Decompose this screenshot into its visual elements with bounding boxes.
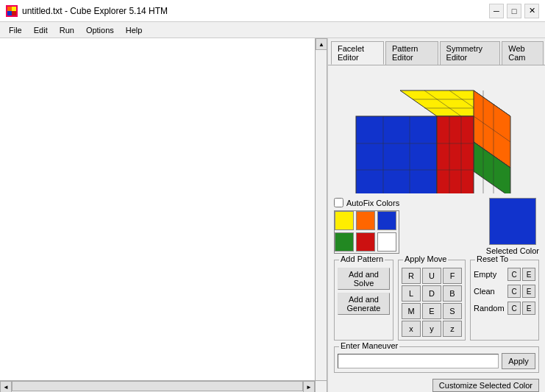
color-swatches bbox=[334, 210, 399, 254]
move-S[interactable]: S bbox=[443, 303, 462, 319]
color-control-row: AutoFix Colors Selected Color bbox=[328, 196, 545, 257]
move-B[interactable]: B bbox=[443, 285, 462, 302]
move-R[interactable]: R bbox=[402, 268, 421, 284]
selected-color-box[interactable] bbox=[489, 198, 536, 245]
minimize-button[interactable]: ─ bbox=[489, 4, 504, 18]
reset-random-label: Random bbox=[474, 304, 506, 313]
svg-rect-3 bbox=[12, 11, 16, 15]
buttons-section: Add Pattern Add and Solve Add and Genera… bbox=[328, 257, 545, 343]
move-z[interactable]: z bbox=[443, 321, 462, 337]
autofix-row: AutoFix Colors bbox=[334, 198, 399, 207]
menu-file[interactable]: File bbox=[3, 24, 28, 36]
tab-bar: Facelet Editor Pattern Editor Symmetry E… bbox=[328, 38, 545, 65]
cube-svg bbox=[341, 68, 532, 193]
menu-help[interactable]: Help bbox=[120, 24, 149, 36]
reset-clean-e[interactable]: E bbox=[522, 285, 535, 298]
swatch-blue[interactable] bbox=[377, 211, 396, 230]
reset-random-c[interactable]: C bbox=[507, 302, 521, 315]
maximize-button[interactable]: □ bbox=[507, 4, 521, 18]
menu-bar: File Edit Run Options Help bbox=[0, 22, 545, 38]
menu-options[interactable]: Options bbox=[80, 24, 120, 36]
reset-clean-label: Clean bbox=[474, 287, 506, 296]
move-L[interactable]: L bbox=[402, 285, 421, 302]
reset-to-group: Reset To Empty C E Clean C E Random C bbox=[470, 260, 539, 341]
apply-move-group: Apply Move R U F L D B M E S x y z bbox=[398, 260, 466, 341]
close-button[interactable]: ✕ bbox=[524, 4, 539, 18]
cube-display bbox=[328, 65, 545, 196]
svg-rect-0 bbox=[7, 7, 12, 11]
swatch-green[interactable] bbox=[335, 232, 354, 252]
svg-rect-19 bbox=[356, 116, 437, 193]
scroll-thumb-h[interactable] bbox=[12, 381, 303, 391]
customize-button[interactable]: Customize Selected Color bbox=[432, 379, 539, 392]
move-U[interactable]: U bbox=[422, 268, 441, 284]
apply-button[interactable]: Apply bbox=[502, 353, 535, 369]
reset-empty-e[interactable]: E bbox=[522, 268, 535, 281]
scroll-up-arrow[interactable]: ▲ bbox=[316, 38, 327, 50]
reset-empty-c[interactable]: C bbox=[507, 268, 521, 281]
reset-random-e[interactable]: E bbox=[522, 302, 535, 315]
selected-color-section: Selected Color bbox=[486, 198, 539, 255]
text-editor-panel: ▲ ▼ ◄ ► bbox=[0, 38, 327, 392]
svg-rect-24 bbox=[437, 116, 474, 193]
main-area: ▲ ▼ ◄ ► Facelet Editor Pattern Editor Sy… bbox=[0, 38, 545, 392]
swatch-orange[interactable] bbox=[356, 211, 375, 230]
svg-rect-2 bbox=[7, 11, 12, 15]
tab-pattern-editor[interactable]: Pattern Editor bbox=[385, 41, 438, 65]
move-F[interactable]: F bbox=[443, 268, 462, 284]
customize-btn-row: Customize Selected Color bbox=[328, 376, 545, 392]
move-x[interactable]: x bbox=[402, 321, 421, 337]
reset-empty-row: Empty C E bbox=[474, 268, 535, 281]
swatch-red[interactable] bbox=[356, 232, 375, 252]
move-D[interactable]: D bbox=[422, 285, 441, 302]
reset-clean-row: Clean C E bbox=[474, 285, 535, 298]
add-pattern-label: Add Pattern bbox=[339, 254, 385, 263]
swatch-white[interactable] bbox=[377, 232, 396, 252]
scroll-left-arrow[interactable]: ◄ bbox=[0, 381, 12, 392]
maneuver-label: Enter Maneuver bbox=[339, 341, 399, 350]
move-E[interactable]: E bbox=[422, 303, 441, 319]
menu-run[interactable]: Run bbox=[54, 24, 80, 36]
add-pattern-group: Add Pattern Add and Solve Add and Genera… bbox=[334, 260, 393, 341]
autofix-label: AutoFix Colors bbox=[346, 199, 399, 207]
scroll-right-arrow[interactable]: ► bbox=[303, 381, 315, 392]
reset-clean-c[interactable]: C bbox=[507, 285, 521, 298]
tab-web-cam[interactable]: Web Cam bbox=[502, 41, 544, 65]
svg-rect-1 bbox=[12, 7, 16, 11]
tab-facelet-editor[interactable]: Facelet Editor bbox=[331, 41, 384, 65]
autofix-checkbox[interactable] bbox=[334, 198, 343, 207]
swatch-yellow[interactable] bbox=[335, 211, 354, 230]
reset-to-label: Reset To bbox=[475, 254, 510, 263]
app-icon bbox=[6, 5, 18, 17]
scroll-corner bbox=[315, 380, 327, 392]
reset-empty-label: Empty bbox=[474, 270, 506, 279]
title-bar: untitled.txt - Cube Explorer 5.14 HTM ─ … bbox=[0, 0, 545, 22]
add-and-generate-button[interactable]: Add and Generate bbox=[338, 293, 390, 315]
add-and-solve-button[interactable]: Add and Solve bbox=[338, 268, 390, 290]
right-panel: Facelet Editor Pattern Editor Symmetry E… bbox=[327, 38, 545, 392]
maneuver-group: Enter Maneuver Apply bbox=[334, 346, 539, 373]
maneuver-row: Apply bbox=[338, 353, 535, 369]
window-title: untitled.txt - Cube Explorer 5.14 HTM bbox=[22, 6, 168, 16]
move-M[interactable]: M bbox=[402, 303, 421, 319]
tab-symmetry-editor[interactable]: Symmetry Editor bbox=[440, 41, 501, 65]
maneuver-section: Enter Maneuver Apply bbox=[328, 343, 545, 376]
menu-edit[interactable]: Edit bbox=[28, 24, 54, 36]
maneuver-input[interactable] bbox=[338, 354, 499, 368]
reset-random-row: Random C E bbox=[474, 302, 535, 315]
vertical-scrollbar[interactable]: ▲ ▼ bbox=[315, 38, 327, 392]
apply-move-label: Apply Move bbox=[403, 254, 448, 263]
horizontal-scrollbar[interactable]: ◄ ► bbox=[0, 380, 315, 392]
move-y[interactable]: y bbox=[422, 321, 441, 337]
